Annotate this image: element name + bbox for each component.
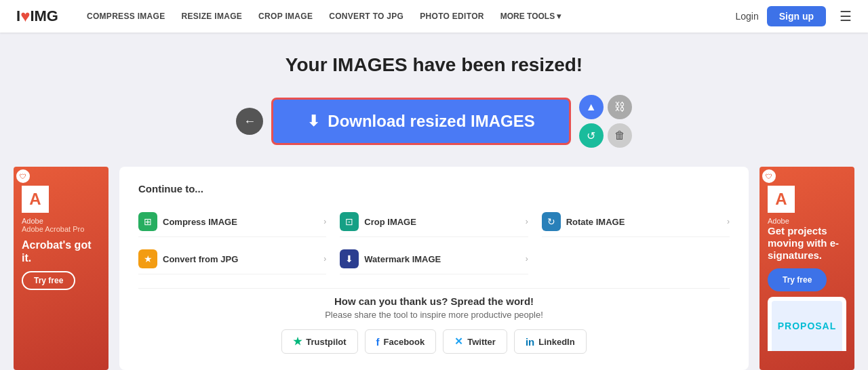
thankyou-subtitle: Please share the tool to inspire more pr…	[138, 310, 730, 320]
page-title: Your IMAGES have been resized!	[285, 54, 583, 76]
navbar: I♥IMG COMPRESS IMAGE RESIZE IMAGE CROP I…	[0, 0, 868, 33]
continue-grid: ⊞ Compress IMAGE › ⊡ Crop IMAGE › ↻ Rota…	[138, 207, 730, 274]
action-icons: ▲ ⛓ ↺ 🗑	[579, 95, 632, 148]
watermark-icon: ⬇	[340, 249, 359, 268]
link-action-button[interactable]: ⛓	[608, 95, 632, 119]
back-button[interactable]: ←	[236, 108, 263, 135]
ad-phone-mockup: PROPOSAL	[768, 297, 846, 351]
upload-action-button[interactable]: ▲	[579, 95, 604, 119]
convert-chevron: ›	[323, 254, 326, 264]
login-link[interactable]: Login	[735, 11, 758, 22]
trustpilot-icon: ★	[293, 335, 302, 348]
ad-right-shield-icon: 🛡	[762, 169, 776, 183]
thankyou-title: How can you thank us? Spread the word!	[138, 295, 730, 307]
ad-right[interactable]: 🛡 A Adobe Get projects moving with e-sig…	[760, 167, 854, 370]
crop-icon: ⊡	[340, 212, 359, 231]
hamburger-icon[interactable]: ☰	[840, 8, 852, 24]
link-icon: ⛓	[614, 101, 625, 113]
rotate-chevron: ›	[727, 217, 730, 226]
nav-more-tools[interactable]: MORE TOOLS ▾	[494, 9, 568, 24]
convert-label: Convert from JPG	[163, 254, 318, 264]
nav-crop[interactable]: CROP IMAGE	[252, 9, 319, 24]
watermark-chevron: ›	[526, 254, 528, 264]
facebook-icon: f	[376, 336, 380, 348]
ad-phone-inner: PROPOSAL	[772, 301, 842, 351]
action-icons-row-2: ↺ 🗑	[579, 123, 632, 148]
trustpilot-button[interactable]: ★ Trustpilot	[281, 329, 357, 354]
rotate-icon: ↻	[542, 212, 561, 231]
continue-box: Continue to... ⊞ Compress IMAGE › ⊡ Crop…	[119, 167, 749, 370]
signup-button[interactable]: Sign up	[767, 6, 826, 26]
crop-label: Crop IMAGE	[364, 217, 519, 227]
adobe-logo-right: A	[768, 186, 795, 213]
share-buttons: ★ Trustpilot f Facebook ✕ Twitter in Lin…	[138, 329, 730, 354]
download-icon: ⬇	[307, 112, 319, 130]
continue-item-rotate[interactable]: ↻ Rotate IMAGE ›	[542, 207, 730, 237]
nav-resize[interactable]: RESIZE IMAGE	[174, 9, 249, 24]
logo-heart-icon: ♥	[20, 7, 30, 26]
ad-left-product: Adobe Acrobat Pro	[22, 225, 100, 233]
ad-right-content: A Adobe Get projects moving with e-signa…	[760, 167, 854, 359]
nav-right: Login Sign up ☰	[735, 6, 852, 26]
ad-shield-icon: 🛡	[16, 169, 30, 183]
compress-icon: ⊞	[138, 212, 157, 231]
ad-left-headline: Acrobat's got it.	[22, 239, 100, 264]
nav-photo-editor[interactable]: PHOTO EDITOR	[413, 9, 491, 24]
adobe-logo-left: A	[22, 186, 49, 213]
twitter-label: Twitter	[467, 337, 496, 347]
ad-right-headline: Get projects moving with e-signatures.	[768, 225, 846, 262]
refresh-icon: ↺	[587, 129, 595, 142]
logo[interactable]: I♥IMG	[16, 7, 58, 26]
watermark-label: Watermark IMAGE	[364, 254, 519, 264]
trash-icon: 🗑	[614, 129, 625, 142]
nav-compress[interactable]: COMPRESS IMAGE	[80, 9, 172, 24]
rotate-label: Rotate IMAGE	[566, 217, 722, 227]
action-icons-row-1: ▲ ⛓	[579, 95, 632, 119]
nav-links: COMPRESS IMAGE RESIZE IMAGE CROP IMAGE C…	[80, 9, 735, 24]
facebook-button[interactable]: f Facebook	[365, 329, 437, 354]
compress-label: Compress IMAGE	[163, 217, 318, 227]
download-row: ← ⬇ Download resized IMAGES ▲ ⛓ ↺ 🗑	[236, 95, 631, 148]
twitter-icon: ✕	[454, 335, 463, 348]
ad-left[interactable]: 🛡 A Adobe Adobe Acrobat Pro Acrobat's go…	[14, 167, 108, 370]
ad-proposal-text: PROPOSAL	[778, 321, 837, 331]
continue-item-crop[interactable]: ⊡ Crop IMAGE ›	[340, 207, 528, 237]
linkedin-label: LinkedIn	[538, 337, 574, 347]
thankyou-section: How can you thank us? Spread the word! P…	[138, 288, 730, 354]
refresh-action-button[interactable]: ↺	[579, 123, 604, 148]
nav-convert[interactable]: CONVERT TO JPG	[322, 9, 410, 24]
continue-item-compress[interactable]: ⊞ Compress IMAGE ›	[138, 207, 326, 237]
main-content: Your IMAGES have been resized! ← ⬇ Downl…	[0, 33, 868, 370]
ad-left-content: A Adobe Adobe Acrobat Pro Acrobat's got …	[14, 167, 108, 298]
continue-item-watermark[interactable]: ⬇ Watermark IMAGE ›	[340, 244, 528, 274]
crop-chevron: ›	[526, 217, 528, 226]
ad-right-cta[interactable]: Try free	[768, 268, 827, 291]
continue-title: Continue to...	[138, 183, 730, 194]
continue-item-convert[interactable]: ★ Convert from JPG ›	[138, 244, 326, 274]
delete-action-button[interactable]: 🗑	[608, 123, 632, 148]
compress-chevron: ›	[323, 217, 326, 226]
chevron-down-icon: ▾	[557, 12, 561, 21]
download-button[interactable]: ⬇ Download resized IMAGES	[271, 98, 570, 145]
lower-area: 🛡 A Adobe Adobe Acrobat Pro Acrobat's go…	[14, 167, 854, 370]
ad-left-brand: Adobe	[22, 217, 100, 225]
trustpilot-label: Trustpilot	[306, 337, 346, 347]
download-label: Download resized IMAGES	[328, 112, 534, 131]
ad-left-cta[interactable]: Try free	[22, 271, 75, 290]
linkedin-button[interactable]: in LinkedIn	[514, 329, 587, 354]
upload-icon: ▲	[586, 101, 597, 113]
convert-icon: ★	[138, 249, 157, 268]
twitter-button[interactable]: ✕ Twitter	[443, 329, 507, 354]
logo-img-text: IMG	[30, 7, 58, 25]
facebook-label: Facebook	[384, 337, 425, 347]
ad-right-brand: Adobe	[768, 217, 846, 225]
linkedin-icon: in	[526, 336, 534, 348]
